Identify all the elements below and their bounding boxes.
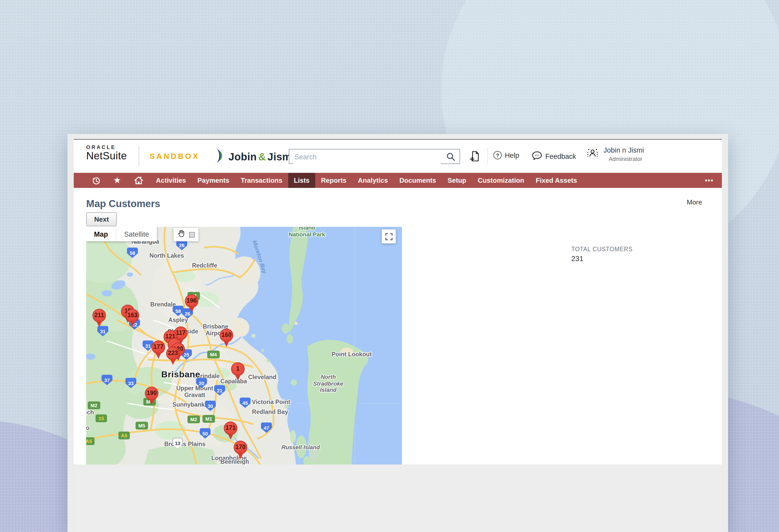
total-customers-summary: TOTAL CUSTOMERS 231	[571, 246, 633, 263]
global-search[interactable]	[289, 149, 460, 164]
main-nav: ★ ActivitiesPaymentsTransactionsListsRep…	[74, 173, 722, 188]
route-shield-m5: M5	[135, 422, 148, 429]
user-name: Jobin n Jismi	[603, 146, 644, 154]
sandbox-badge: SANDBOX	[149, 151, 199, 160]
route-shield-m2: M2	[88, 401, 100, 409]
help-button[interactable]: ? Help	[493, 151, 519, 159]
more-link[interactable]: More	[687, 198, 702, 206]
feedback-label: Feedback	[545, 152, 576, 160]
map-label-redcliffe: Redcliffe	[192, 262, 217, 269]
nav-item-customization[interactable]: Customization	[472, 173, 530, 188]
marker-tail	[188, 306, 195, 313]
marquee-select-icon[interactable]	[189, 232, 195, 238]
marker-count: 1	[231, 362, 245, 376]
map-marker-177[interactable]: 177	[152, 340, 165, 360]
map-type-satellite-button[interactable]: Satellite	[116, 227, 157, 241]
brand-swoosh-icon	[214, 147, 225, 166]
nav-item-activities[interactable]: Activities	[151, 173, 192, 188]
marker-tail	[235, 374, 241, 381]
marker-count: 163	[126, 309, 139, 322]
marker-tail	[228, 434, 234, 440]
map-label-russell-island: Russell Island	[282, 444, 320, 451]
map-label-point-lookout: Point Lookout	[332, 351, 372, 358]
nav-item-setup[interactable]: Setup	[442, 173, 472, 188]
nav-item-transactions[interactable]: Transactions	[235, 173, 288, 188]
header-separator	[487, 148, 488, 163]
map-marker-223[interactable]: 223	[166, 347, 180, 366]
nav-overflow-button[interactable]: •••	[705, 173, 714, 188]
map-marker-170[interactable]: 170	[234, 441, 247, 460]
route-shield-15: 15	[96, 414, 107, 422]
map-label-cleveland: Cleveland	[248, 374, 277, 381]
oracle-wordmark: ORACLE	[86, 144, 127, 150]
map-label-wich: wich	[86, 409, 94, 416]
map-marker-160[interactable]: 160	[220, 329, 233, 348]
recent-records-icon[interactable]	[85, 173, 107, 188]
nav-item-fixed-assets[interactable]: Fixed Assets	[530, 173, 583, 188]
marker-tail	[237, 453, 244, 459]
map-canvas	[86, 227, 402, 465]
total-customers-value: 231	[571, 254, 633, 263]
search-icon[interactable]	[446, 152, 456, 163]
user-menu[interactable]: Jobin n Jismi Administrator	[586, 146, 644, 162]
marker-count: 177	[152, 340, 165, 354]
nav-item-payments[interactable]: Payments	[192, 173, 235, 188]
nav-item-reports[interactable]: Reports	[315, 173, 352, 188]
map-label-redland-bay: Redland Bay	[252, 409, 288, 415]
marker-tail	[129, 321, 135, 327]
map-marker-1[interactable]: 1	[231, 362, 245, 382]
nav-item-documents[interactable]: Documents	[394, 173, 442, 188]
map-marker-190[interactable]: 190	[145, 387, 159, 406]
total-customers-label: TOTAL CUSTOMERS	[571, 246, 633, 252]
netsuite-wordmark: NetSuite	[86, 150, 127, 162]
map-marker-211[interactable]: 211	[93, 309, 106, 328]
page-content: Map Customers More Next TOTAL CUSTOMERS …	[74, 188, 722, 465]
marker-tail	[96, 321, 102, 327]
nav-items: ActivitiesPaymentsTransactionsListsRepor…	[151, 173, 583, 188]
nav-item-lists[interactable]: Lists	[288, 173, 315, 188]
marker-tail	[155, 352, 162, 359]
next-button[interactable]: Next	[86, 212, 117, 226]
route-shield-m1: M1	[202, 415, 215, 423]
marker-count: 171	[224, 421, 237, 435]
customer-map[interactable]: NarangbaNorth LakesRedcliffeBrendaleAspl…	[86, 227, 402, 465]
brand-amp: &	[257, 151, 267, 162]
netsuite-app: ORACLE NetSuite SANDBOX Jobin&Jismi	[74, 139, 722, 532]
shortcuts-star-icon[interactable]: ★	[107, 173, 127, 188]
route-shield-m4: M4	[207, 351, 220, 358]
header-divider	[139, 147, 139, 165]
map-label-island-national-park: Island National Park	[289, 227, 325, 238]
marker-count: 190	[145, 387, 159, 400]
map-type-control: Map Satellite	[86, 227, 157, 241]
map-label-north-lakes: North Lakes	[149, 253, 184, 259]
help-label: Help	[505, 151, 519, 159]
route-shield-a5: A5	[86, 437, 95, 445]
quick-add-icon[interactable]	[468, 150, 481, 164]
map-tools-control	[173, 228, 198, 241]
oracle-netsuite-logo[interactable]: ORACLE NetSuite	[86, 144, 127, 162]
map-type-map-button[interactable]: Map	[86, 227, 116, 241]
user-role: Administrator	[609, 156, 644, 162]
nav-item-analytics[interactable]: Analytics	[352, 173, 394, 188]
map-marker-196[interactable]: 196	[185, 294, 198, 314]
map-label-upper-mount-gravatt: Upper Mount Gravatt	[176, 385, 213, 399]
map-marker-163[interactable]: 163	[126, 309, 139, 328]
page-title: Map Customers	[86, 198, 160, 210]
marker-count: 196	[185, 294, 198, 308]
search-input[interactable]	[293, 150, 441, 164]
home-icon[interactable]	[127, 173, 151, 188]
desktop-wallpaper: ORACLE NetSuite SANDBOX Jobin&Jismi	[0, 0, 779, 532]
map-label-brendale: Brendale	[151, 301, 176, 308]
feedback-button[interactable]: Feedback	[532, 151, 576, 162]
marker-count: 170	[234, 441, 247, 454]
browser-window: ORACLE NetSuite SANDBOX Jobin&Jismi	[67, 134, 728, 532]
company-logo: Jobin&Jismi	[214, 147, 294, 166]
brand-first: Jobin	[229, 151, 257, 162]
pan-hand-icon[interactable]	[177, 229, 185, 240]
marker-tail	[170, 359, 176, 365]
help-icon: ?	[493, 151, 502, 159]
fullscreen-icon[interactable]	[382, 229, 396, 244]
map-marker-171[interactable]: 171	[224, 421, 237, 441]
roles-icon	[586, 146, 599, 162]
map-label-sunnybank: Sunnybank	[172, 401, 204, 408]
